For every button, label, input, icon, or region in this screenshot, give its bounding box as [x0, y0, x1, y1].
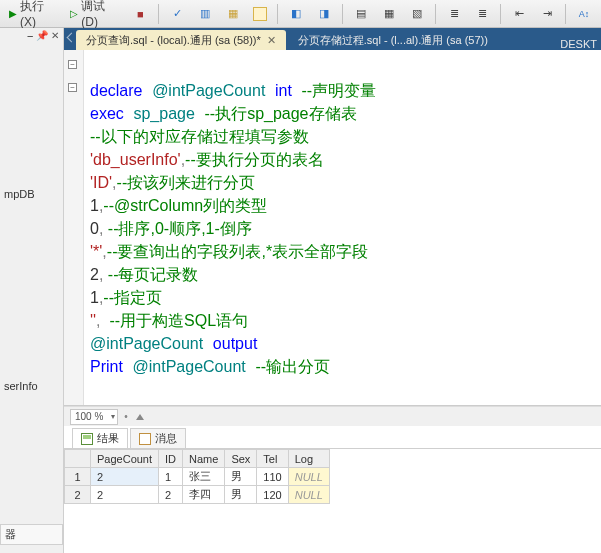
close-icon[interactable]: ✕ — [267, 34, 276, 47]
panel-pin-controls[interactable]: ‒ 📌 ✕ — [27, 30, 59, 41]
tab-label: 分页存储过程.sql - (l...al).通用 (sa (57)) — [298, 33, 488, 48]
cell-name[interactable]: 张三 — [183, 468, 225, 486]
col-tel[interactable]: Tel — [257, 450, 288, 468]
comment: --声明变量 — [302, 82, 377, 99]
cell-name[interactable]: 李四 — [183, 486, 225, 504]
splitter-handle-icon[interactable] — [136, 414, 144, 420]
tab-results[interactable]: 结果 — [72, 428, 128, 448]
cell-id[interactable]: 2 — [159, 486, 183, 504]
toolbar-separator — [277, 4, 278, 24]
cell-tel[interactable]: 120 — [257, 486, 288, 504]
tab-active-query[interactable]: 分页查询.sql - (local).通用 (sa (58))* ✕ — [76, 30, 286, 50]
results-grid-icon — [81, 433, 93, 445]
kw-exec: exec — [90, 105, 124, 122]
tab-stored-proc[interactable]: 分页存储过程.sql - (l...al).通用 (sa (57)) — [288, 30, 498, 50]
cell-pagecount[interactable]: 2 — [91, 468, 159, 486]
include-plan-button[interactable]: ◧ — [283, 3, 309, 25]
comment: --要查询出的字段列表,*表示全部字段 — [107, 243, 368, 260]
col-id[interactable]: ID — [159, 450, 183, 468]
cell-id[interactable]: 1 — [159, 468, 183, 486]
results-to-text-button[interactable]: ▤ — [348, 3, 374, 25]
comment: --输出分页 — [255, 358, 330, 375]
cell-pagecount[interactable]: 2 — [91, 486, 159, 504]
list-icon — [253, 7, 267, 21]
parse-button[interactable]: ✓ — [164, 3, 190, 25]
cell-log[interactable]: NULL — [288, 468, 329, 486]
tree-item-mpdb[interactable]: mpDB — [0, 186, 63, 202]
num: 1 — [90, 289, 99, 306]
kw-int: int — [275, 82, 292, 99]
results-to-grid-button[interactable]: ▦ — [376, 3, 402, 25]
comment: --按该列来进行分页 — [117, 174, 256, 191]
str-id: 'ID' — [90, 174, 112, 191]
str-db-userinfo: 'db_userInfo' — [90, 151, 181, 168]
comment: --执行sp_page存储表 — [204, 105, 356, 122]
intellisense-button[interactable] — [248, 3, 272, 25]
uncomment-button[interactable]: ≣ — [469, 3, 495, 25]
execute-button[interactable]: ▶ 执行(X) — [4, 3, 63, 25]
var-intpagecount: @intPageCount — [90, 335, 203, 352]
file-icon: ▧ — [409, 6, 425, 22]
code-gutter: − − — [64, 50, 84, 405]
stats-icon: ◨ — [316, 6, 332, 22]
code-editor[interactable]: − − declare @intPageCount int --声明变量 exe… — [64, 50, 601, 406]
increase-indent-button[interactable]: ⇥ — [534, 3, 560, 25]
var-intpagecount: @intPageCount — [152, 82, 265, 99]
kw-declare: declare — [90, 82, 142, 99]
estimated-plan-button[interactable]: ▥ — [192, 3, 218, 25]
fold-icon[interactable]: − — [68, 60, 77, 69]
tree-item-qi[interactable]: 器 — [0, 524, 63, 545]
rownum-cell: 2 — [65, 486, 91, 504]
specify-values-button[interactable]: A↕ — [571, 3, 597, 25]
comment: --用于构造SQL语句 — [101, 312, 249, 329]
cell-sex[interactable]: 男 — [225, 468, 257, 486]
str-star: '*' — [90, 243, 102, 260]
debug-button[interactable]: ▷ 调试(D) — [65, 3, 125, 25]
include-stats-button[interactable]: ◨ — [311, 3, 337, 25]
tab-overflow-label: DESKT — [560, 38, 601, 50]
cell-log[interactable]: NULL — [288, 486, 329, 504]
tab-label: 分页查询.sql - (local).通用 (sa (58))* — [86, 33, 261, 48]
tree-item-serinfo[interactable]: serInfo — [0, 378, 63, 394]
indent-icon: ⇥ — [539, 6, 555, 22]
tab-results-label: 结果 — [97, 431, 119, 446]
decrease-indent-button[interactable]: ⇤ — [506, 3, 532, 25]
results-to-file-button[interactable]: ▧ — [404, 3, 430, 25]
grid-icon: ▦ — [381, 6, 397, 22]
table-row[interactable]: 1 2 1 张三 男 110 NULL — [65, 468, 330, 486]
comment-icon: ≣ — [446, 6, 462, 22]
col-log[interactable]: Log — [288, 450, 329, 468]
plan-icon: ▥ — [197, 6, 213, 22]
results-grid[interactable]: PageCount ID Name Sex Tel Log 1 2 1 张三 男… — [64, 449, 330, 504]
col-sex[interactable]: Sex — [225, 450, 257, 468]
toolbar-separator — [435, 4, 436, 24]
col-name[interactable]: Name — [183, 450, 225, 468]
table-row[interactable]: 2 2 2 李四 男 120 NULL — [65, 486, 330, 504]
toolbar-separator — [342, 4, 343, 24]
cell-tel[interactable]: 110 — [257, 468, 288, 486]
tab-messages[interactable]: 消息 — [130, 428, 186, 448]
object-explorer-panel: ‒ 📌 ✕ mpDB serInfo 器 — [0, 28, 64, 553]
col-pagecount[interactable]: PageCount — [91, 450, 159, 468]
results-grid-wrap: PageCount ID Name Sex Tel Log 1 2 1 张三 男… — [64, 448, 601, 553]
comment: --@strColumn列的类型 — [103, 197, 267, 214]
code-content[interactable]: declare @intPageCount int --声明变量 exec sp… — [84, 50, 376, 405]
zoom-bar: 100 % • — [64, 406, 601, 426]
rownum-header — [65, 450, 91, 468]
num: 0 — [90, 220, 99, 237]
play-outline-icon: ▷ — [70, 8, 78, 19]
stop-icon: ■ — [132, 6, 148, 22]
toolbar: ▶ 执行(X) ▷ 调试(D) ■ ✓ ▥ ▦ ◧ ◨ ▤ ▦ ▧ ≣ ≣ ⇤ … — [0, 0, 601, 28]
query-options-button[interactable]: ▦ — [220, 3, 246, 25]
toolbar-separator — [158, 4, 159, 24]
comment-button[interactable]: ≣ — [441, 3, 467, 25]
rownum-cell: 1 — [65, 468, 91, 486]
kw-output: output — [213, 335, 257, 352]
stop-debug-button[interactable]: ■ — [127, 3, 153, 25]
kw-print: Print — [90, 358, 123, 375]
editor-main: 分页查询.sql - (local).通用 (sa (58))* ✕ 分页存储过… — [64, 28, 601, 553]
fold-icon[interactable]: − — [68, 83, 77, 92]
cell-sex[interactable]: 男 — [225, 486, 257, 504]
actual-plan-icon: ◧ — [288, 6, 304, 22]
zoom-dropdown[interactable]: 100 % — [70, 409, 118, 425]
